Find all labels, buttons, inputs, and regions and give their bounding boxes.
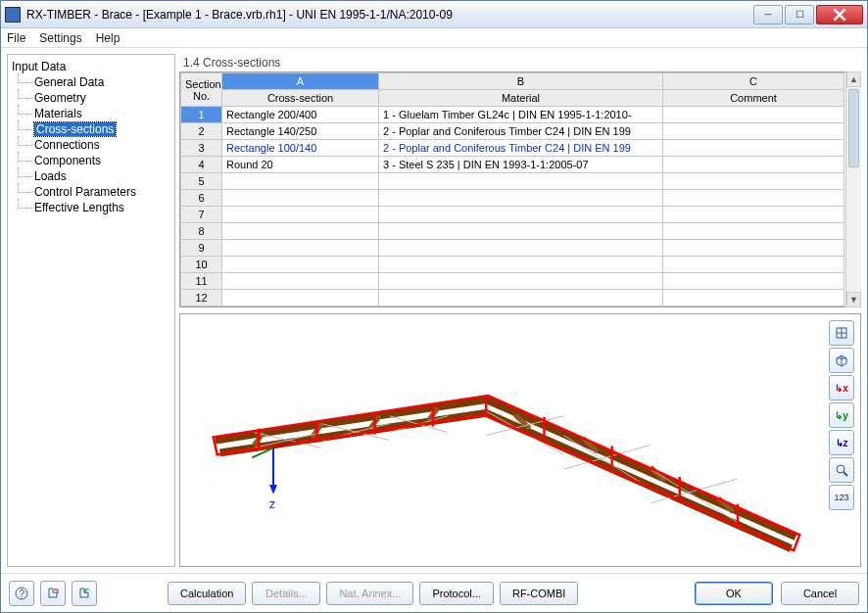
- help-icon[interactable]: ?: [9, 581, 34, 606]
- nat-annex-button[interactable]: Nat. Annex...: [326, 582, 413, 605]
- scroll-up-icon[interactable]: ▲: [846, 71, 861, 87]
- cell-b[interactable]: [379, 223, 663, 240]
- export-icon[interactable]: [72, 581, 97, 606]
- table-row[interactable]: 7: [181, 207, 844, 223]
- cell-c[interactable]: [663, 240, 844, 257]
- zoom-icon[interactable]: [829, 457, 854, 483]
- tree-item-control-parameters[interactable]: Control Parameters: [14, 184, 172, 200]
- row-header[interactable]: 2: [181, 123, 222, 140]
- row-header[interactable]: 4: [181, 157, 222, 173]
- table-row[interactable]: 5: [181, 173, 844, 190]
- table-row[interactable]: 3Rectangle 100/1402 - Poplar and Conifer…: [181, 140, 844, 157]
- cell-c[interactable]: [663, 157, 844, 173]
- cell-c[interactable]: [663, 190, 844, 207]
- cell-a[interactable]: Rectangle 100/140: [222, 140, 379, 157]
- col-letter-a[interactable]: A: [222, 73, 379, 90]
- tree-item-connections[interactable]: Connections: [14, 137, 172, 153]
- table-row[interactable]: 9: [181, 240, 844, 257]
- row-header[interactable]: 5: [181, 173, 222, 190]
- cell-a[interactable]: Rectangle 200/400: [222, 107, 379, 123]
- cell-c[interactable]: [663, 123, 844, 140]
- cell-b[interactable]: 2 - Poplar and Coniferous Timber C24 | D…: [379, 123, 663, 140]
- scroll-thumb[interactable]: [848, 89, 859, 167]
- cell-a[interactable]: [222, 290, 379, 306]
- table-row[interactable]: 11: [181, 273, 844, 290]
- cell-b[interactable]: 2 - Poplar and Coniferous Timber C24 | D…: [379, 140, 663, 157]
- tree-item-cross-sections[interactable]: Cross-sections: [14, 121, 172, 137]
- grid-scrollbar[interactable]: ▲ ▼: [845, 71, 861, 307]
- cell-a[interactable]: [222, 173, 379, 190]
- import-icon[interactable]: [40, 581, 66, 606]
- cell-c[interactable]: [663, 207, 844, 223]
- row-header[interactable]: 7: [181, 207, 222, 223]
- view-grid-icon[interactable]: [829, 320, 854, 346]
- table-row[interactable]: 8: [181, 223, 844, 240]
- cell-a[interactable]: [222, 207, 379, 223]
- tree-item-loads[interactable]: Loads: [14, 168, 172, 184]
- menu-settings[interactable]: Settings: [39, 31, 81, 45]
- col-letter-b[interactable]: B: [379, 73, 663, 90]
- cell-c[interactable]: [663, 107, 844, 123]
- table-row[interactable]: 12: [181, 290, 844, 306]
- tree-item-components[interactable]: Components: [14, 153, 172, 168]
- row-header[interactable]: 6: [181, 190, 222, 207]
- scroll-down-icon[interactable]: ▼: [846, 292, 861, 307]
- close-button[interactable]: [816, 5, 863, 24]
- cell-b[interactable]: [379, 273, 663, 290]
- cell-a[interactable]: [222, 257, 379, 273]
- protocol-button[interactable]: Protocol...: [419, 582, 494, 605]
- tree-item-effective-lengths[interactable]: Effective Lengths: [14, 200, 172, 215]
- view-x-icon[interactable]: ↳x: [829, 375, 854, 401]
- row-header[interactable]: 10: [181, 257, 222, 273]
- menu-file[interactable]: File: [7, 31, 25, 45]
- menu-help[interactable]: Help: [96, 31, 121, 45]
- col-cross-section[interactable]: Cross-section: [222, 90, 379, 107]
- cell-b[interactable]: [379, 190, 663, 207]
- minimize-button[interactable]: ─: [753, 5, 783, 24]
- cancel-button[interactable]: Cancel: [781, 582, 859, 605]
- table-row[interactable]: 4Round 203 - Steel S 235 | DIN EN 1993-1…: [181, 157, 844, 173]
- tree-root[interactable]: Input Data: [10, 59, 172, 74]
- cell-a[interactable]: Round 20: [222, 157, 379, 173]
- cell-c[interactable]: [663, 257, 844, 273]
- calculation-button[interactable]: Calculation: [168, 582, 246, 605]
- cell-c[interactable]: [663, 290, 844, 306]
- model-viewer[interactable]: z ↳x ↳y ↳z 123: [179, 313, 861, 567]
- cell-c[interactable]: [663, 223, 844, 240]
- col-comment[interactable]: Comment: [663, 90, 844, 107]
- cell-b[interactable]: [379, 257, 663, 273]
- col-letter-c[interactable]: C: [663, 73, 844, 90]
- cell-c[interactable]: [663, 273, 844, 290]
- cell-c[interactable]: [663, 140, 844, 157]
- cell-b[interactable]: [379, 240, 663, 257]
- table-row[interactable]: 10: [181, 257, 844, 273]
- table-row[interactable]: 2Rectangle 140/2502 - Poplar and Conifer…: [181, 123, 844, 140]
- row-header[interactable]: 1: [181, 107, 222, 123]
- rf-combi-button[interactable]: RF-COMBI: [500, 582, 578, 605]
- view-iso-icon[interactable]: [829, 348, 854, 373]
- labels-icon[interactable]: 123: [829, 485, 854, 510]
- tree-item-geometry[interactable]: Geometry: [14, 90, 172, 106]
- ok-button[interactable]: OK: [695, 582, 773, 605]
- row-header[interactable]: 9: [181, 240, 222, 257]
- details-button[interactable]: Details...: [252, 582, 320, 605]
- cell-b[interactable]: [379, 290, 663, 306]
- tree-item-materials[interactable]: Materials: [14, 106, 172, 121]
- cell-b[interactable]: 1 - Gluelam Timber GL24c | DIN EN 1995-1…: [379, 107, 663, 123]
- view-z-icon[interactable]: ↳z: [829, 430, 854, 455]
- cell-b[interactable]: 3 - Steel S 235 | DIN EN 1993-1-1:2005-0…: [379, 157, 663, 173]
- cell-a[interactable]: [222, 190, 379, 207]
- col-material[interactable]: Material: [379, 90, 663, 107]
- row-header[interactable]: 11: [181, 273, 222, 290]
- cell-b[interactable]: [379, 207, 663, 223]
- tree-item-general-data[interactable]: General Data: [14, 74, 172, 90]
- table-row[interactable]: 6: [181, 190, 844, 207]
- col-section-no[interactable]: Section No.: [181, 73, 222, 107]
- cell-b[interactable]: [379, 173, 663, 190]
- row-header[interactable]: 12: [181, 290, 222, 306]
- cross-sections-grid[interactable]: Section No. A B C Cross-section Material…: [179, 71, 861, 307]
- cell-a[interactable]: Rectangle 140/250: [222, 123, 379, 140]
- cell-a[interactable]: [222, 223, 379, 240]
- cell-a[interactable]: [222, 273, 379, 290]
- maximize-button[interactable]: ☐: [785, 5, 814, 24]
